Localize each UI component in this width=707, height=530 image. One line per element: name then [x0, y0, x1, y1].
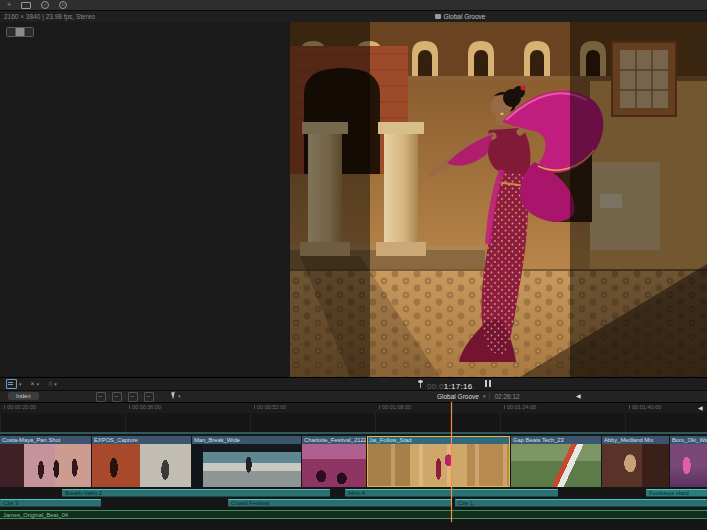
clip-thumbnail — [511, 444, 601, 487]
edit-buttons-group — [96, 392, 154, 402]
back-marker-icon[interactable]: ◀ — [576, 392, 581, 399]
project-switcher[interactable]: Global Groove ▾ 02:26:12 — [437, 390, 520, 402]
insert-edit-icon[interactable] — [112, 392, 122, 402]
connect-edit-icon[interactable] — [96, 392, 106, 402]
ruler-marker-icon[interactable]: ◀ — [698, 404, 703, 411]
timeline-clip-selected[interactable]: Jai_Follow_Stad — [367, 436, 510, 487]
clip-thumbnail — [670, 444, 707, 487]
playhead[interactable] — [451, 402, 452, 522]
storyline-border — [0, 432, 707, 434]
clip-icon[interactable] — [21, 2, 31, 9]
filmstrip-view-toggle[interactable] — [6, 27, 34, 37]
view-toggle-left[interactable] — [7, 28, 16, 36]
divider — [489, 393, 490, 400]
clip-thumbnail — [192, 444, 301, 487]
clip-thumbnail — [302, 444, 366, 487]
plus-icon[interactable]: + — [7, 0, 11, 10]
ruler-tick: 00:00:52:00 — [254, 404, 286, 410]
audio-clip[interactable]: Breath-Vahn 2 — [62, 489, 330, 497]
timeline-clip[interactable]: Costa-Maya_Pan Shot — [0, 436, 91, 487]
timeline-tools-left: ▾ × ▾ ○ ▾ — [6, 377, 57, 390]
clip-thumbnail — [0, 444, 91, 487]
check-circle-icon[interactable]: ✓ — [41, 1, 49, 9]
audio-clip[interactable]: Cze 3 — [0, 499, 101, 507]
timeline-clip[interactable]: EXPOS_Capture — [92, 436, 191, 487]
music-clip[interactable]: James_Original_Beat_04 — [0, 510, 707, 519]
media-info-label: 2160 × 3840 | 23.98 fps, Stereo — [4, 11, 95, 22]
timeline-clip[interactable]: Man_Break_Wide — [192, 436, 301, 487]
transport-controls[interactable]: 00:01:17:16 — [418, 377, 491, 390]
select-tool[interactable]: ▾ — [172, 392, 181, 399]
skimmer-icon — [418, 380, 423, 388]
clip-name-label: Abby_Medland Mix — [602, 436, 669, 444]
timeline-clip[interactable]: Gap Beats Tech_23 — [511, 436, 601, 487]
audio-clip[interactable]: Cze 1 — [455, 499, 707, 507]
chevron-down-icon: ▾ — [37, 381, 40, 387]
viewer-title-label: Global Groove — [444, 13, 486, 20]
timeline-clip[interactable]: Charlotte_Festival_2122 — [302, 436, 366, 487]
timeline-clip[interactable]: Boro_Oki_Wa_1 — [670, 436, 707, 487]
browser-pane[interactable] — [0, 22, 291, 377]
project-duration-label: 02:26:12 — [494, 393, 519, 400]
top-toolbar: + ✓ D — [0, 0, 707, 11]
ruler-tick: 00:01:40:00 — [629, 404, 661, 410]
index-button[interactable]: Index — [8, 392, 39, 400]
effects-circle-icon[interactable]: D — [59, 1, 67, 9]
clip-name-label: Costa-Maya_Pan Shot — [0, 436, 91, 444]
chevron-down-icon: ▾ — [19, 381, 22, 387]
clip-name-label: Boro_Oki_Wa_1 — [670, 436, 707, 444]
viewer-title: Global Groove — [380, 11, 540, 22]
audio-clip[interactable]: Crowd Festival — [228, 499, 452, 507]
clip-appearance-icon[interactable] — [6, 379, 17, 389]
pause-icon[interactable] — [485, 380, 491, 387]
clip-thumbnail — [367, 444, 510, 487]
chevron-down-icon: ▾ — [178, 393, 181, 399]
clip-thumbnail — [602, 444, 669, 487]
clip-name-label: EXPOS_Capture — [92, 436, 191, 444]
clip-name-label: Charlotte_Festival_2122 — [302, 436, 366, 444]
audio-clip[interactable]: Footsteps Hard — [646, 489, 707, 497]
chevron-down-icon: ▾ — [54, 381, 57, 387]
arrow-cursor-icon — [171, 392, 177, 400]
ruler-tick: 00:00:36:00 — [129, 404, 161, 410]
view-toggle-middle[interactable] — [16, 28, 25, 36]
ruler-tick: 00:01:08:00 — [379, 404, 411, 410]
clip-thumbnail — [92, 444, 191, 487]
trim-tool-icon[interactable]: × — [31, 380, 35, 387]
ruler-tick: 00:01:24:00 — [504, 404, 536, 410]
app-window: + ✓ D 2160 × 3840 | 23.98 fps, Stereo Gl… — [0, 0, 707, 530]
clip-name-label: Man_Break_Wide — [192, 436, 301, 444]
viewer-canvas[interactable] — [290, 22, 707, 377]
ruler-tick: 00:00:20:00 — [4, 404, 36, 410]
transport-bar — [0, 377, 707, 391]
project-icon — [435, 14, 441, 19]
chevron-down-icon: ▾ — [483, 393, 486, 399]
timeline-clip[interactable]: Abby_Medland Mix — [602, 436, 669, 487]
project-name-label: Global Groove — [437, 393, 479, 400]
overwrite-edit-icon[interactable] — [144, 392, 154, 402]
audio-meter-icon[interactable]: ○ — [48, 380, 52, 387]
viewer-frame — [290, 22, 707, 377]
append-edit-icon[interactable] — [128, 392, 138, 402]
clip-name-label: Gap Beats Tech_23 — [511, 436, 601, 444]
clip-name-label: Jai_Follow_Stad — [367, 436, 510, 444]
view-toggle-right[interactable] — [25, 28, 33, 36]
